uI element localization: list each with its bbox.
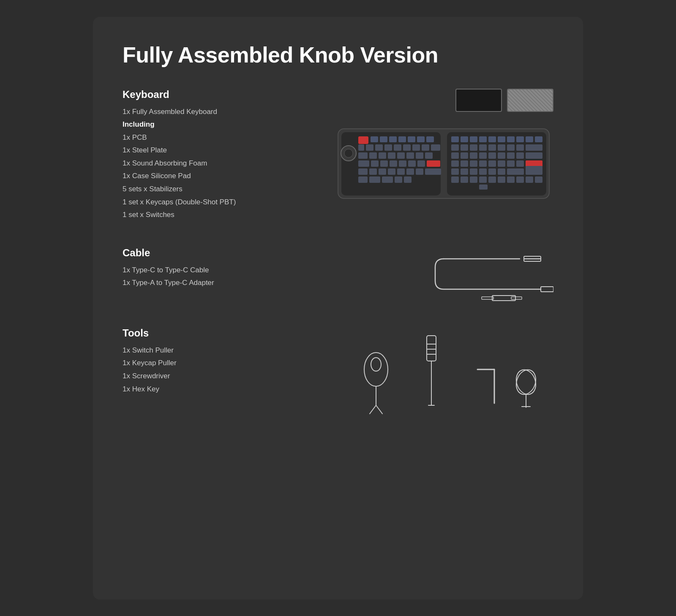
svg-rect-109 (541, 287, 553, 292)
svg-rect-59 (526, 136, 533, 142)
svg-rect-87 (526, 160, 542, 167)
svg-rect-39 (369, 168, 377, 175)
svg-rect-97 (461, 176, 468, 183)
keyboard-item-plate: 1x Steel Plate (123, 144, 334, 157)
svg-rect-92 (488, 168, 496, 175)
svg-rect-62 (461, 144, 468, 151)
svg-rect-30 (358, 160, 369, 167)
svg-rect-6 (371, 136, 378, 142)
svg-rect-91 (479, 168, 487, 175)
svg-rect-15 (375, 144, 383, 151)
keyboard-visual (334, 89, 553, 205)
svg-rect-112 (482, 297, 493, 299)
cable-title: Cable (123, 247, 334, 259)
svg-rect-55 (488, 136, 496, 142)
svg-rect-76 (507, 152, 515, 159)
svg-rect-24 (379, 152, 386, 159)
cable-item-2: 1x Type-A to Type-C Adapter (123, 277, 334, 290)
svg-rect-104 (526, 176, 533, 183)
svg-rect-94 (507, 168, 524, 175)
svg-rect-61 (451, 144, 459, 151)
svg-rect-23 (369, 152, 377, 159)
keyboard-item-stabilizers: 5 sets x Stabilizers (123, 183, 334, 196)
svg-rect-74 (488, 152, 496, 159)
svg-rect-58 (516, 136, 524, 142)
svg-rect-26 (397, 152, 405, 159)
svg-rect-18 (403, 144, 411, 151)
keyboard-item-switches: 1 set x Switches (123, 209, 334, 222)
color-swatches (455, 89, 553, 112)
svg-rect-52 (461, 136, 468, 142)
swatch-gray (507, 89, 553, 112)
svg-rect-69 (526, 144, 542, 151)
svg-rect-96 (451, 176, 459, 183)
keyboard-content: Keyboard 1x Fully Assembled Keyboard Inc… (123, 89, 334, 222)
svg-rect-111 (511, 297, 522, 299)
svg-rect-13 (358, 144, 364, 151)
swatch-black (455, 89, 502, 112)
svg-rect-93 (498, 168, 505, 175)
svg-rect-71 (461, 152, 468, 159)
svg-rect-44 (416, 168, 423, 175)
svg-rect-8 (389, 136, 397, 142)
svg-rect-42 (397, 168, 405, 175)
svg-rect-36 (417, 160, 425, 167)
svg-rect-9 (398, 136, 406, 142)
cable-items: 1x Type-C to Type-C Cable 1x Type-A to T… (123, 264, 334, 290)
svg-rect-53 (470, 136, 477, 142)
svg-rect-68 (516, 144, 524, 151)
svg-rect-72 (470, 152, 477, 159)
tools-item-hex-key: 1x Hex Key (123, 383, 334, 396)
svg-rect-31 (371, 160, 379, 167)
svg-rect-101 (498, 176, 505, 183)
keyboard-illustration (334, 120, 553, 205)
svg-rect-46 (358, 176, 368, 183)
svg-rect-50 (404, 176, 412, 183)
svg-rect-51 (451, 136, 459, 142)
keyboard-item-silicone: 1x Case Silicone Pad (123, 170, 334, 183)
svg-line-116 (370, 405, 376, 414)
svg-rect-80 (461, 160, 468, 167)
svg-rect-95 (526, 166, 542, 175)
svg-rect-83 (488, 160, 496, 167)
svg-point-127 (513, 367, 539, 397)
keyboard-section: Keyboard 1x Fully Assembled Keyboard Inc… (123, 89, 553, 222)
keyboard-item-keycaps: 1 set x Keycaps (Double-Shot PBT) (123, 196, 334, 209)
svg-rect-106 (479, 185, 488, 190)
keyboard-items: 1x Fully Assembled Keyboard Including 1x… (123, 106, 334, 222)
keyboard-item-pcb: 1x PCB (123, 131, 334, 144)
svg-line-117 (376, 405, 382, 414)
svg-rect-7 (380, 136, 387, 142)
svg-rect-82 (479, 160, 487, 167)
main-container: Fully Assembled Knob Version Keyboard 1x… (93, 17, 583, 600)
svg-rect-73 (479, 152, 487, 159)
svg-rect-29 (425, 152, 433, 159)
tools-title: Tools (123, 327, 334, 339)
keyboard-item-foam: 1x Sound Absorbing Foam (123, 157, 334, 170)
svg-rect-67 (507, 144, 515, 151)
svg-rect-12 (426, 136, 434, 142)
svg-rect-32 (380, 160, 388, 167)
tools-item-screwdriver: 1x Screwdriver (123, 370, 334, 383)
svg-rect-33 (390, 160, 397, 167)
svg-rect-38 (358, 168, 368, 175)
svg-rect-20 (422, 144, 429, 151)
svg-rect-118 (427, 336, 436, 361)
svg-rect-70 (451, 152, 459, 159)
svg-rect-35 (408, 160, 416, 167)
svg-rect-49 (395, 176, 402, 183)
svg-rect-64 (479, 144, 487, 151)
svg-rect-66 (498, 144, 505, 151)
svg-rect-56 (498, 136, 505, 142)
svg-rect-78 (526, 152, 542, 159)
svg-rect-28 (416, 152, 423, 159)
cable-item-1: 1x Type-C to Type-C Cable (123, 264, 334, 277)
keyboard-including: Including (123, 118, 334, 131)
svg-point-114 (371, 358, 381, 371)
svg-rect-25 (388, 152, 395, 159)
cable-content: Cable 1x Type-C to Type-C Cable 1x Type-… (123, 247, 334, 290)
keyboard-item-1: 1x Fully Assembled Keyboard (123, 106, 334, 119)
svg-rect-81 (470, 160, 477, 167)
svg-rect-110 (492, 296, 515, 301)
svg-rect-11 (417, 136, 425, 142)
